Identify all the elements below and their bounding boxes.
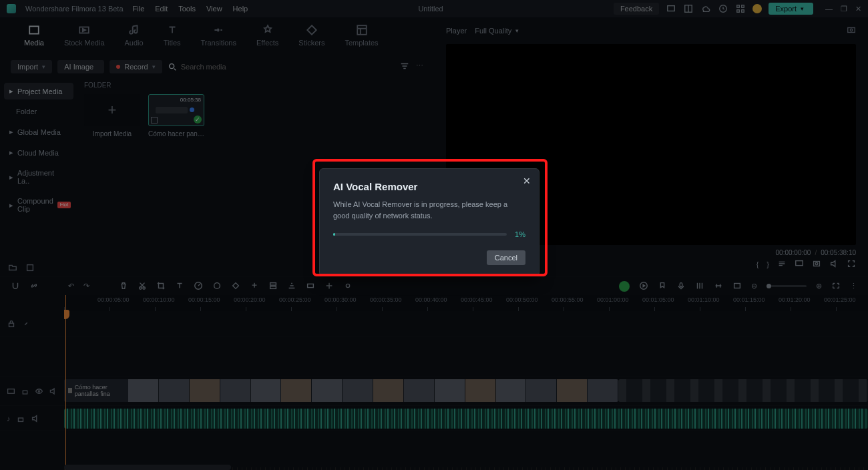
dialog-body: While AI Vocal Remover is in progress, p…: [333, 199, 525, 221]
ai-vocal-remover-dialog: ✕ AI Vocal Remover While AI Vocal Remove…: [319, 168, 539, 276]
progress-bar: [333, 233, 507, 236]
progress-percent: 1%: [515, 230, 525, 238]
dialog-title: AI Vocal Remover: [333, 181, 525, 192]
progress-row: 1%: [333, 230, 525, 238]
dialog-close-icon[interactable]: ✕: [523, 176, 531, 186]
progress-fill: [333, 233, 335, 236]
cancel-button[interactable]: Cancel: [487, 250, 525, 265]
